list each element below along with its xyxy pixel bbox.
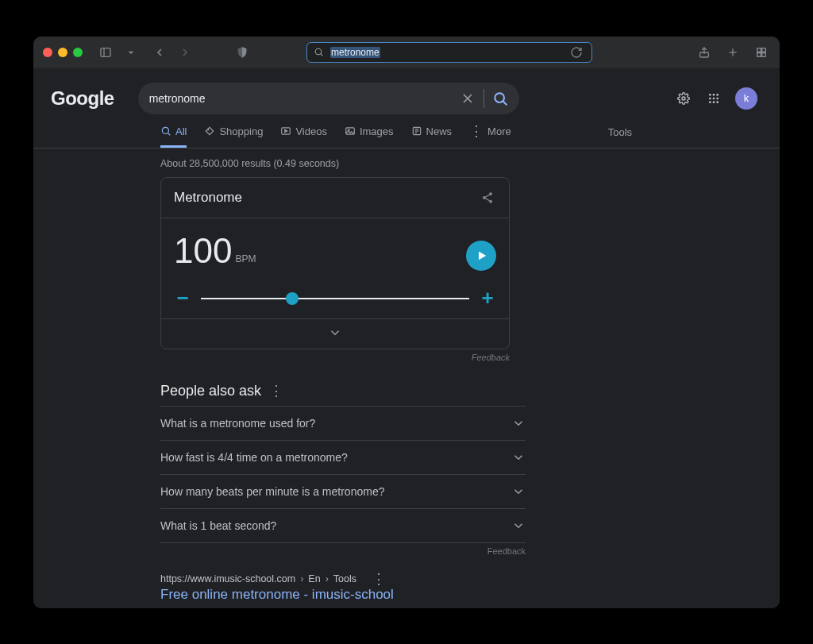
- svg-point-36: [489, 192, 492, 195]
- new-tab-icon[interactable]: [724, 44, 742, 61]
- window-controls: [43, 48, 83, 57]
- minimize-window-icon[interactable]: [58, 48, 67, 57]
- svg-point-22: [709, 101, 711, 103]
- divider: [484, 89, 484, 108]
- maximize-window-icon[interactable]: [73, 48, 83, 57]
- metronome-header: Metronome: [161, 178, 509, 218]
- clear-search-icon[interactable]: [460, 91, 476, 106]
- search-result: https://www.imusic-school.com ›En ›Tools…: [160, 573, 605, 608]
- tab-videos[interactable]: Videos: [280, 125, 327, 148]
- svg-marker-29: [285, 129, 287, 133]
- tab-more[interactable]: ⋮More: [469, 125, 511, 148]
- tab-label: Videos: [295, 125, 327, 137]
- tabs-overview-icon[interactable]: [753, 44, 770, 61]
- slider-thumb[interactable]: [286, 292, 299, 305]
- svg-line-14: [503, 101, 507, 105]
- metronome-body: 100 BPM − +: [161, 218, 509, 319]
- svg-rect-9: [757, 52, 761, 56]
- forward-icon[interactable]: [176, 44, 194, 61]
- back-icon[interactable]: [151, 44, 168, 61]
- play-button[interactable]: [466, 241, 496, 271]
- nav-arrows: [151, 44, 194, 61]
- svg-line-39: [486, 195, 490, 197]
- minus-button[interactable]: −: [174, 290, 191, 307]
- bpm-slider: − +: [174, 290, 496, 307]
- tab-all[interactable]: All: [160, 125, 187, 148]
- breadcrumb: En: [308, 573, 320, 584]
- metronome-title: Metronome: [174, 190, 242, 206]
- share-icon[interactable]: [695, 44, 713, 61]
- svg-marker-41: [479, 251, 486, 260]
- account-avatar[interactable]: k: [735, 87, 757, 110]
- svg-point-27: [208, 129, 209, 130]
- search-icon[interactable]: [492, 91, 508, 106]
- tab-images[interactable]: Images: [345, 125, 394, 148]
- svg-line-26: [168, 133, 170, 135]
- svg-point-25: [162, 127, 168, 133]
- close-window-icon[interactable]: [43, 48, 52, 57]
- apps-grid-icon[interactable]: [705, 90, 722, 107]
- result-url: https://www.imusic-school.com ›En ›Tools…: [160, 573, 605, 584]
- result-snippet: 13 Aug 2020 — Online metronome - Find ou…: [160, 606, 605, 608]
- tab-label: Images: [360, 125, 394, 137]
- paa-item[interactable]: What is 1 beat second?: [160, 508, 526, 543]
- tab-label: All: [175, 125, 187, 137]
- plus-button[interactable]: +: [479, 290, 496, 307]
- svg-line-40: [486, 199, 490, 201]
- paa-title: People also ask: [160, 383, 261, 399]
- tab-shopping[interactable]: Shopping: [204, 125, 263, 148]
- search-tabs: All Shopping Videos Images News ⋮More To…: [33, 114, 780, 148]
- search-box[interactable]: [138, 83, 519, 114]
- svg-rect-0: [101, 48, 110, 56]
- svg-point-37: [483, 196, 486, 199]
- paa-question: What is a metronome used for?: [160, 417, 315, 430]
- svg-point-24: [716, 101, 719, 103]
- paa-list: What is a metronome used for? How fast i…: [160, 406, 541, 543]
- titlebar-right: [695, 44, 770, 61]
- breadcrumb: Tools: [333, 573, 356, 584]
- reload-icon[interactable]: [568, 44, 585, 61]
- tab-label: News: [426, 125, 453, 137]
- result-stats: About 28,500,000 results (0.49 seconds): [160, 158, 541, 169]
- slider-track[interactable]: [201, 298, 469, 299]
- search-input[interactable]: [149, 92, 452, 105]
- svg-point-2: [315, 48, 322, 55]
- svg-point-15: [682, 97, 685, 100]
- expand-button[interactable]: [161, 319, 509, 349]
- titlebar: metronome: [33, 37, 780, 68]
- tab-label: Shopping: [219, 125, 263, 137]
- google-logo[interactable]: Google: [51, 87, 114, 110]
- result-host: https://www.imusic-school.com: [160, 573, 295, 584]
- tab-tools[interactable]: Tools: [608, 126, 632, 146]
- svg-point-13: [495, 93, 504, 102]
- feedback-link[interactable]: Feedback: [160, 546, 526, 556]
- sidebar-toggle-icon[interactable]: [97, 44, 114, 61]
- feedback-link[interactable]: Feedback: [160, 353, 510, 362]
- page-content: Google k All Shopping Videos Images News…: [33, 68, 780, 608]
- dropdown-icon[interactable]: [122, 44, 140, 61]
- paa-item[interactable]: How fast is 4/4 time on a metronome?: [160, 440, 526, 474]
- url-text: metronome: [330, 47, 380, 58]
- paa-item[interactable]: What is a metronome used for?: [160, 406, 526, 440]
- svg-point-20: [713, 97, 715, 99]
- tab-label: More: [487, 125, 511, 137]
- paa-question: What is 1 beat second?: [160, 519, 276, 532]
- metronome-widget: Metronome 100 BPM − +: [160, 177, 510, 349]
- browser-window: metronome Google k: [33, 37, 780, 608]
- svg-point-17: [713, 94, 715, 96]
- url-bar[interactable]: metronome: [306, 42, 592, 63]
- paa-item[interactable]: How many beats per minute is a metronome…: [160, 474, 526, 508]
- svg-point-16: [709, 94, 711, 96]
- tab-news[interactable]: News: [411, 125, 453, 148]
- svg-point-21: [716, 97, 719, 99]
- results-column: About 28,500,000 results (0.49 seconds) …: [33, 148, 541, 608]
- svg-line-3: [321, 54, 323, 56]
- result-title[interactable]: Free online metronome - imusic-school: [160, 587, 605, 603]
- settings-icon[interactable]: [675, 90, 692, 107]
- shield-icon[interactable]: [233, 44, 251, 61]
- share-widget-icon[interactable]: [479, 189, 496, 206]
- search-header: Google k: [33, 68, 780, 114]
- svg-rect-7: [757, 48, 761, 52]
- bpm-display: 100 BPM: [174, 231, 256, 271]
- svg-point-19: [709, 97, 711, 99]
